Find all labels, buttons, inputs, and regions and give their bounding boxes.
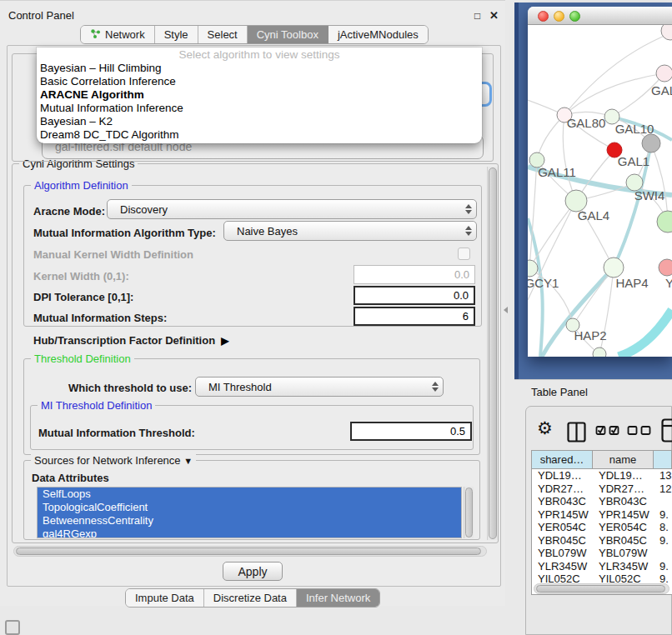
table-cell: 12 [654, 482, 672, 496]
table-column-header[interactable]: name [593, 451, 654, 469]
table-cell: YLR345W [593, 560, 654, 573]
network-desktop-edge [514, 2, 519, 379]
which-threshold-combo[interactable]: MI Threshold [195, 377, 444, 397]
control-tabs: NetworkStyleSelectCyni ToolboxjActiveMNo… [80, 25, 429, 44]
table-cell: 13 [654, 469, 672, 482]
table-row[interactable]: YDL19…YDL19…13 [532, 469, 672, 482]
sources-title: Sources for Network Inference [34, 454, 181, 467]
mac-minimize-icon[interactable] [554, 11, 564, 22]
unchecked-checkbox-icon[interactable] [627, 424, 639, 439]
graph-node[interactable] [657, 211, 672, 232]
threshold-definition-legend: Threshold Definition [31, 352, 134, 365]
tab-label: Network [105, 28, 145, 41]
table-column-header[interactable] [654, 451, 672, 469]
graph-node-label: GAL [651, 83, 672, 98]
table-column-header[interactable]: shared… [532, 451, 593, 469]
attribute-list-item[interactable]: gal4RGexp [38, 528, 461, 538]
tab-label: Discretize Data [213, 592, 287, 604]
checked-checkbox-icon[interactable] [609, 424, 620, 439]
graph-node-label: GAL1 [618, 154, 649, 168]
tab-impute-data[interactable]: Impute Data [126, 589, 204, 607]
graph-node-label: SWI4 [634, 188, 665, 202]
tab-infer-network[interactable]: Infer Network [297, 589, 379, 607]
tab-network[interactable]: Network [81, 26, 155, 43]
attributes-vertical-scrollbar[interactable] [464, 487, 474, 538]
which-threshold-label: Which threshold to use: [68, 382, 192, 394]
mac-zoom-icon[interactable] [569, 11, 580, 22]
table-horizontal-scrollbar[interactable] [534, 583, 669, 594]
algorithm-option[interactable]: ARACNE Algorithm [37, 88, 482, 102]
tab-cyni-toolbox[interactable]: Cyni Toolbox [248, 26, 328, 43]
table-cell: YPR145W [532, 508, 593, 522]
graph-node-y[interactable] [659, 259, 672, 276]
tab-style[interactable]: Style [155, 26, 198, 43]
unchecked-checkbox-icon[interactable] [640, 424, 652, 439]
algorithm-dropdown-popup: Select algorithm to view settings Bayesi… [37, 48, 482, 143]
graph-node-gal1[interactable] [642, 134, 660, 152]
table-header-row: shared…name [532, 451, 672, 469]
manual-kernel-label: Manual Kernel Width Definition [33, 248, 193, 261]
tab-discretize-data[interactable]: Discretize Data [204, 589, 297, 607]
tab-jactivemnodules[interactable]: jActiveMNodules [328, 26, 428, 43]
mi-steps-field[interactable]: 6 [354, 307, 475, 326]
float-window-icon[interactable]: □ [474, 10, 480, 22]
mac-close-icon[interactable] [538, 11, 549, 22]
which-threshold-value: MI Threshold [208, 381, 272, 393]
hub-section-toggle[interactable]: Hub/Transcription Factor Definition▶ [33, 334, 228, 347]
algorithm-option[interactable]: Basic Correlation Inference [37, 75, 482, 88]
close-window-icon[interactable]: ✕ [489, 9, 499, 22]
table-cell [654, 547, 672, 560]
settings-horizontal-scrollbar[interactable] [13, 546, 487, 557]
network-graph-canvas[interactable]: GALGAL80GAL10GAL1GAL11SWI4GAL4GCY1HAP4YH… [528, 25, 672, 357]
collapse-arrow-icon[interactable]: ▼ [183, 456, 193, 466]
table-cell: 9. [654, 508, 672, 522]
minimized-panel-icon[interactable] [5, 620, 20, 635]
graph-node[interactable] [661, 25, 672, 40]
mi-threshold-field[interactable]: 0.5 [350, 422, 472, 441]
manual-kernel-checkbox[interactable] [458, 248, 470, 260]
attribute-list-item[interactable]: TopologicalCoefficient [38, 501, 461, 514]
graph-node-hap4[interactable] [604, 258, 624, 278]
table-row[interactable]: YBR043CYBR043C [532, 495, 672, 508]
algorithm-dropdown-hint: Select algorithm to view settings [37, 48, 482, 62]
new-table-icon[interactable] [661, 418, 672, 446]
tab-label: Cyni Toolbox [257, 28, 318, 41]
table-row[interactable]: YDR27…YDR27…12 [532, 482, 672, 496]
split-columns-icon[interactable] [567, 422, 586, 446]
network-icon [90, 28, 101, 42]
attribute-list-item[interactable]: BetweennessCentrality [38, 514, 461, 528]
tab-select[interactable]: Select [198, 26, 248, 43]
table-row[interactable]: YLR345WYLR345W9. [532, 560, 672, 573]
apply-button[interactable]: Apply [223, 562, 283, 581]
split-divider-collapse-icon[interactable] [504, 307, 508, 313]
table-row[interactable]: YER054CYER054C8. [532, 521, 672, 534]
table-cell: YPR145W [593, 508, 654, 522]
graph-node-label: HAP4 [615, 276, 648, 290]
gear-icon[interactable]: ⚙ [537, 418, 553, 438]
attribute-list-item[interactable]: SelfLoops [38, 488, 461, 501]
algorithm-option[interactable]: Bayesian – Hill Climbing [37, 62, 482, 75]
settings-vertical-scrollbar[interactable] [487, 167, 498, 540]
table-row[interactable]: YPR145WYPR145W9. [532, 508, 672, 522]
dpi-tolerance-field[interactable]: 0.0 [354, 286, 475, 305]
kernel-width-field[interactable]: 0.0 [354, 265, 475, 284]
expand-arrow-icon[interactable]: ▶ [221, 335, 228, 347]
data-attributes-list[interactable]: SelfLoopsTopologicalCoefficientBetweenne… [37, 487, 462, 538]
network-window-titlebar[interactable] [528, 7, 672, 25]
algorithm-option[interactable]: Bayesian – K2 [37, 115, 482, 128]
graph-node-gcy1[interactable] [528, 260, 538, 277]
graph-node[interactable] [593, 348, 606, 357]
algorithm-option[interactable]: Mutual Information Inference [37, 102, 482, 115]
algorithm-option[interactable]: Dream8 DC_TDC Algorithm [37, 128, 482, 142]
table-row[interactable]: YBL079WYBL079W [532, 547, 672, 560]
checked-checkbox-icon[interactable] [595, 424, 607, 439]
table-row[interactable]: YBR045CYBR045C9. [532, 534, 672, 548]
aracne-mode-combo[interactable]: Discovery [107, 199, 477, 219]
graph-node-gal[interactable] [656, 65, 672, 82]
table-cell: 9. [654, 534, 672, 548]
aracne-mode-label: Aracne Mode: [33, 205, 105, 218]
mi-type-combo[interactable]: Naive Bayes [223, 221, 477, 241]
table-body: YDL19…YDL19…13YDR27…YDR27…12YBR043CYBR04… [532, 469, 672, 586]
mi-type-label: Mutual Information Algorithm Type: [33, 227, 216, 239]
table-cell: 8. [654, 521, 672, 534]
